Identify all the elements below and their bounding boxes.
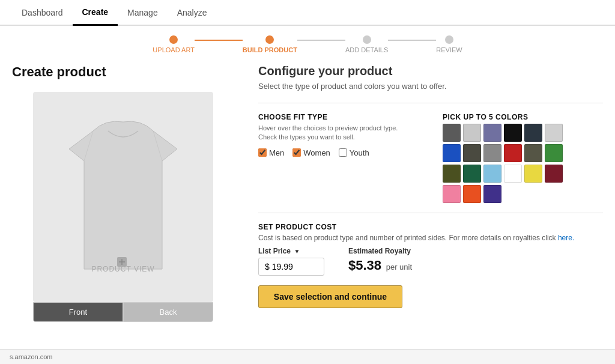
royalty-value-row: $5.38 per unit (348, 258, 412, 273)
step-build-product: BUILD PRODUCT (243, 35, 297, 53)
product-view-label: PRODUCT VIEW (91, 265, 154, 273)
color-swatch-10[interactable] (524, 144, 542, 162)
step-review: REVIEW (436, 35, 462, 53)
page-title: Create product (12, 64, 106, 80)
config-subtitle: Select the type of product and colors yo… (258, 82, 603, 91)
top-nav: Dashboard Create Manage Analyze (0, 0, 615, 26)
color-swatch-9[interactable] (504, 144, 522, 162)
color-grid (443, 124, 603, 203)
color-swatch-13[interactable] (463, 165, 481, 183)
color-swatch-8[interactable] (483, 144, 501, 162)
divider-2 (258, 213, 603, 213)
step-label-3: ADD DETAILS (345, 46, 388, 53)
nav-item-dashboard[interactable]: Dashboard (12, 1, 73, 25)
step-line-1 (195, 40, 243, 41)
fit-type-hint: Hover over the choices to preview produc… (258, 124, 419, 142)
step-dot-1 (169, 35, 178, 44)
view-buttons: Front Back (33, 302, 213, 322)
royalty-label: Estimated Royalty (348, 247, 412, 255)
front-view-button[interactable]: Front (33, 302, 123, 322)
checkbox-youth-input[interactable] (339, 148, 347, 157)
nav-item-analyze[interactable]: Analyze (168, 1, 217, 25)
divider-1 (258, 103, 603, 103)
checkbox-men-label: Men (269, 148, 284, 157)
page-layout: Create product PRODUCT VIEW Front Back (0, 58, 615, 334)
step-dot-3 (363, 35, 371, 44)
step-add-details: ADD DETAILS (345, 35, 388, 53)
color-swatch-1[interactable] (463, 124, 481, 142)
step-line-2 (297, 40, 345, 41)
tshirt-image (51, 113, 195, 281)
color-swatch-3[interactable] (504, 124, 522, 142)
step-line-3 (388, 40, 436, 41)
color-swatch-18[interactable] (443, 185, 461, 203)
checkbox-women-input[interactable] (292, 148, 301, 157)
step-dot-2 (265, 35, 274, 44)
progress-bar: UPLOAD ART BUILD PRODUCT ADD DETAILS REV… (0, 26, 615, 58)
royalty-col: Estimated Royalty $5.38 per unit (348, 247, 412, 273)
fit-type-checkboxes: Men Women Youth (258, 148, 419, 157)
price-row: List Price ▼ Estimated Royalty $5.38 per… (258, 247, 603, 276)
color-swatch-12[interactable] (443, 165, 461, 183)
step-label-2: BUILD PRODUCT (243, 46, 297, 53)
fit-type-section: CHOOSE FIT TYPE Hover over the choices t… (258, 113, 419, 203)
checkbox-women[interactable]: Women (292, 148, 330, 157)
checkbox-women-label: Women (303, 148, 330, 157)
fit-colors-row: CHOOSE FIT TYPE Hover over the choices t… (258, 113, 603, 203)
cost-label: SET PRODUCT COST (258, 223, 603, 231)
colors-label: PICK UP TO 5 COLORS (443, 113, 603, 121)
list-price-label: List Price ▼ (258, 247, 324, 255)
checkbox-youth-label: Youth (350, 148, 369, 157)
list-price-input[interactable] (258, 258, 324, 276)
step-dot-4 (445, 35, 453, 44)
color-swatch-2[interactable] (483, 124, 501, 142)
right-panel: Configure your product Select the type o… (234, 64, 603, 322)
checkbox-youth[interactable]: Youth (339, 148, 369, 157)
colors-section: PICK UP TO 5 COLORS (443, 113, 603, 203)
list-price-dropdown-icon: ▼ (294, 248, 300, 255)
nav-item-create[interactable]: Create (73, 0, 118, 26)
color-swatch-17[interactable] (545, 165, 563, 183)
color-swatch-20[interactable] (483, 185, 501, 203)
nav-item-manage[interactable]: Manage (118, 1, 168, 25)
back-view-button[interactable]: Back (123, 302, 213, 322)
cost-note: Cost is based on product type and number… (258, 234, 603, 242)
color-swatch-4[interactable] (524, 124, 542, 142)
step-label-1: UPLOAD ART (153, 46, 195, 53)
list-price-col: List Price ▼ (258, 247, 324, 276)
color-swatch-15[interactable] (504, 165, 522, 183)
fit-type-label: CHOOSE FIT TYPE (258, 113, 419, 121)
royalties-link[interactable]: here. (558, 234, 574, 242)
color-swatch-7[interactable] (463, 144, 481, 162)
tshirt-preview: PRODUCT VIEW (33, 92, 213, 302)
color-swatch-5[interactable] (545, 124, 563, 142)
royalty-unit: per unit (386, 262, 412, 271)
checkbox-men-input[interactable] (258, 148, 267, 157)
color-swatch-14[interactable] (483, 165, 501, 183)
config-title: Configure your product (258, 64, 603, 78)
left-panel: Create product PRODUCT VIEW Front Back (12, 64, 234, 322)
checkbox-men[interactable]: Men (258, 148, 284, 157)
color-swatch-0[interactable] (443, 124, 461, 142)
save-selection-button[interactable]: Save selection and continue (258, 285, 402, 308)
step-label-4: REVIEW (436, 46, 462, 53)
step-upload-art: UPLOAD ART (153, 35, 195, 53)
cost-section: SET PRODUCT COST Cost is based on produc… (258, 223, 603, 276)
color-swatch-11[interactable] (545, 144, 563, 162)
color-swatch-6[interactable] (443, 144, 461, 162)
color-swatch-16[interactable] (524, 165, 542, 183)
royalty-amount: $5.38 (348, 258, 381, 273)
color-swatch-19[interactable] (463, 185, 481, 203)
